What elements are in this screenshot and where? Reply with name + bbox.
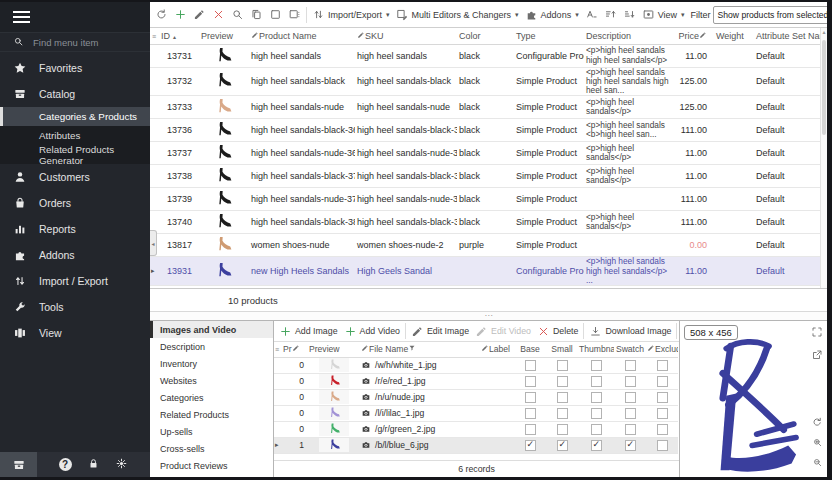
store-button[interactable]: [0, 452, 37, 477]
fit-screen-button[interactable]: [811, 326, 823, 341]
open-external-button[interactable]: [811, 349, 823, 364]
base-checkbox[interactable]: [525, 392, 536, 403]
download-image-button[interactable]: Download Image: [586, 321, 674, 341]
sidebar-item-customers[interactable]: Customers: [0, 164, 150, 190]
add-button[interactable]: [171, 5, 190, 25]
sort-down-button[interactable]: [620, 5, 639, 25]
small-checkbox[interactable]: [557, 440, 568, 451]
sidebar-item-attributes[interactable]: Attributes: [0, 126, 150, 145]
sidebar-item-favorites[interactable]: Favorites: [0, 55, 150, 81]
image-column-header-exclude[interactable]: Exclude: [646, 342, 678, 357]
sidebar-item-addons[interactable]: Addons: [0, 242, 150, 268]
product-row-13931[interactable]: 13931new High Heels SandalsHigh Geels Sa…: [150, 257, 820, 286]
tab-description[interactable]: Description: [150, 338, 273, 355]
base-checkbox[interactable]: [525, 440, 536, 451]
edit-button[interactable]: [190, 5, 209, 25]
column-header-sku[interactable]: SKU: [355, 28, 457, 44]
tab-up-sells[interactable]: Up-sells: [150, 423, 273, 440]
search-button[interactable]: [228, 5, 247, 25]
product-row-13740[interactable]: 13740high heel sandals-black-38high heel…: [150, 211, 820, 234]
sidebar-collapse-handle[interactable]: [150, 230, 157, 256]
tab-related-products[interactable]: Related Products: [150, 406, 273, 423]
small-checkbox[interactable]: [557, 360, 568, 371]
exclude-checkbox[interactable]: [657, 392, 668, 403]
column-header-color[interactable]: Color: [457, 28, 514, 44]
import-export-button[interactable]: Import/Export: [309, 5, 393, 25]
products-scrollbar[interactable]: ▴: [820, 28, 827, 288]
thumbnail-checkbox[interactable]: [591, 440, 602, 451]
thumbnail-checkbox[interactable]: [591, 360, 602, 371]
swatch-checkbox[interactable]: [625, 408, 636, 419]
sidebar-item-categories-products[interactable]: Categories & Products: [0, 107, 150, 126]
column-header-id[interactable]: ID: [159, 28, 199, 44]
image-row-blue_6.jpg[interactable]: 1/b/l/blue_6.jpg: [274, 437, 678, 453]
base-checkbox[interactable]: [525, 376, 536, 387]
rotate-button[interactable]: [811, 416, 823, 431]
category-filter-select[interactable]: Show products from selected categories: [713, 6, 827, 24]
product-row-13817[interactable]: 13817women shoes-nudewomen shoes-nude-2p…: [150, 234, 820, 257]
image-row-green_2.jpg[interactable]: 0/g/r/green_2.jpg: [274, 421, 678, 437]
swatch-checkbox[interactable]: [625, 440, 636, 451]
image-column-header-label[interactable]: Label: [480, 342, 514, 357]
scrollbar-thumb[interactable]: [822, 40, 826, 135]
refresh-button[interactable]: [152, 5, 171, 25]
help-button[interactable]: [59, 458, 72, 471]
image-row-lilac_1.jpg[interactable]: 0/l/i/lilac_1.jpg: [274, 405, 678, 421]
edit-video-button[interactable]: Edit Video: [472, 321, 534, 341]
product-row-13731[interactable]: 13731high heel sandalshigh heel sandalsb…: [150, 44, 820, 67]
image-column-header-preview[interactable]: Preview: [308, 342, 360, 357]
small-checkbox[interactable]: [557, 392, 568, 403]
image-column-header-pr[interactable]: Pr: [282, 342, 308, 357]
menu-search-input[interactable]: [31, 36, 131, 49]
swatch-checkbox[interactable]: [625, 376, 636, 387]
swatch-checkbox[interactable]: [625, 424, 636, 435]
image-row-white_1.jpg[interactable]: 0/w/h/white_1.jpg: [274, 357, 678, 373]
tab-images-and-video[interactable]: Images and Video: [150, 321, 273, 338]
column-chooser-icon[interactable]: [150, 28, 159, 44]
swatch-checkbox[interactable]: [625, 360, 636, 371]
exclude-checkbox[interactable]: [657, 376, 668, 387]
column-header-attribute-set-name[interactable]: Attribute Set Name: [754, 28, 820, 44]
small-checkbox[interactable]: [557, 376, 568, 387]
base-checkbox[interactable]: [525, 408, 536, 419]
column-header-type[interactable]: Type: [514, 28, 584, 44]
font-tool-button[interactable]: [582, 5, 601, 25]
product-row-13732[interactable]: 13732high heel sandals-blackhigh heel sa…: [150, 67, 820, 96]
thumbnail-checkbox[interactable]: [591, 408, 602, 419]
thumbnail-checkbox[interactable]: [591, 392, 602, 403]
view-button[interactable]: View: [639, 5, 688, 25]
swatch-checkbox[interactable]: [625, 392, 636, 403]
sidebar-item-view[interactable]: View: [0, 320, 150, 346]
image-column-header-swatch[interactable]: Swatch: [614, 342, 646, 357]
check-all-button[interactable]: [266, 5, 285, 25]
sort-up-button[interactable]: [601, 5, 620, 25]
image-column-header-file-name[interactable]: File Name: [360, 342, 480, 357]
product-row-13736[interactable]: 13736high heel sandals-black-36high heel…: [150, 119, 820, 142]
uncheck-all-button[interactable]: [285, 5, 304, 25]
thumbnail-checkbox[interactable]: [591, 424, 602, 435]
exclude-checkbox[interactable]: [657, 440, 668, 451]
column-header-price[interactable]: Price: [674, 28, 714, 44]
sidebar-item-tools[interactable]: Tools: [0, 294, 150, 320]
column-header-description[interactable]: Description: [584, 28, 674, 44]
image-column-header-base[interactable]: Base: [514, 342, 546, 357]
delete-button[interactable]: [209, 5, 228, 25]
lock-button[interactable]: [87, 457, 100, 473]
image-column-header-small[interactable]: Small: [546, 342, 578, 357]
column-header-product-name[interactable]: Product Name: [249, 28, 355, 44]
column-header-preview[interactable]: Preview: [199, 28, 249, 44]
sidebar-item-reports[interactable]: Reports: [0, 216, 150, 242]
delete-image-button[interactable]: Delete: [534, 321, 581, 341]
sidebar-item-orders[interactable]: Orders: [0, 190, 150, 216]
tab-product-reviews[interactable]: Product Reviews: [150, 457, 273, 474]
menu-toggle-button[interactable]: [0, 2, 150, 32]
multi-editors-button[interactable]: Multi Editors & Changers: [393, 5, 522, 25]
small-checkbox[interactable]: [557, 408, 568, 419]
tab-categories[interactable]: Categories: [150, 389, 273, 406]
zoom-in-button[interactable]: [811, 436, 823, 451]
base-checkbox[interactable]: [525, 360, 536, 371]
thumbnail-checkbox[interactable]: [591, 376, 602, 387]
image-row-nude.jpg[interactable]: 0/n/u/nude.jpg: [274, 389, 678, 405]
small-checkbox[interactable]: [557, 424, 568, 435]
addons-button[interactable]: Addons: [522, 5, 582, 25]
